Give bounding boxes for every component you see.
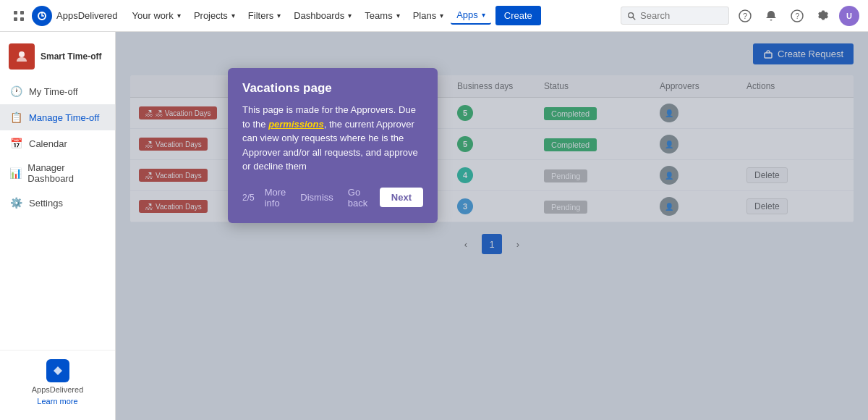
search-box[interactable] <box>621 7 729 25</box>
svg-text:?: ? <box>796 12 800 20</box>
chevron-down-icon: ▾ <box>440 12 443 20</box>
sidebar-item-manager-dashboard[interactable]: 📊 Manager Dashboard <box>0 156 115 190</box>
svg-rect-2 <box>14 17 17 21</box>
brand-name: AppsDelivered <box>56 10 118 21</box>
app-icon <box>9 43 35 70</box>
sidebar-item-settings[interactable]: ⚙️ Settings <box>0 190 115 216</box>
svg-point-5 <box>629 12 634 17</box>
chevron-down-icon: ▾ <box>396 12 400 20</box>
calendar-icon: 📅 <box>9 136 23 151</box>
chevron-down-icon: ▾ <box>177 12 181 20</box>
popup-step: 2/5 <box>242 193 255 203</box>
nav-items: Your work▾ Projects▾ Filters▾ Dashboards… <box>127 6 618 25</box>
footer-learn-more-link[interactable]: Learn more <box>37 397 77 406</box>
sidebar-app-title: Smart Time-off <box>41 51 101 62</box>
svg-point-11 <box>19 51 25 57</box>
popup-body: This page is made for the Approvers. Due… <box>242 103 423 174</box>
gear-icon: ⚙️ <box>9 196 23 210</box>
main-layout: Smart Time-off 🕐 My Time-off 📋 Manage Ti… <box>0 32 868 420</box>
sidebar-footer: AppsDelivered Learn more <box>0 350 115 414</box>
notification-icon[interactable] <box>761 6 781 26</box>
settings-icon[interactable] <box>813 6 833 26</box>
main-content: Create Request Start date Final date Bus… <box>116 32 868 420</box>
svg-rect-3 <box>20 17 24 21</box>
create-button[interactable]: Create <box>495 6 541 25</box>
next-button[interactable]: Next <box>380 188 423 207</box>
nav-dashboards[interactable]: Dashboards▾ <box>288 7 357 24</box>
app-logo[interactable]: AppsDelivered <box>32 6 118 26</box>
sidebar-header: Smart Time-off <box>0 38 115 78</box>
sidebar-item-calendar[interactable]: 📅 Calendar <box>0 130 115 156</box>
sidebar-item-manage-timeoff[interactable]: 📋 Manage Time-off <box>0 104 115 130</box>
svg-rect-1 <box>20 11 24 14</box>
nav-right-section: ? ? U <box>621 6 859 26</box>
nav-filters[interactable]: Filters▾ <box>242 7 286 24</box>
chevron-down-icon: ▾ <box>482 11 485 19</box>
sidebar-item-my-timeoff[interactable]: 🕐 My Time-off <box>0 78 115 104</box>
clipboard-icon: 📋 <box>9 110 23 125</box>
more-info-button[interactable]: More info <box>263 184 291 211</box>
nav-apps[interactable]: Apps▾ <box>451 7 491 25</box>
chevron-down-icon: ▾ <box>277 12 281 20</box>
chevron-down-icon: ▾ <box>231 12 235 20</box>
chart-icon: 📊 <box>9 166 22 180</box>
grid-icon[interactable] <box>9 6 29 26</box>
svg-rect-0 <box>14 11 17 14</box>
footer-logo <box>46 359 69 382</box>
svg-line-6 <box>633 17 635 19</box>
nav-projects[interactable]: Projects▾ <box>188 7 241 24</box>
permissions-link[interactable]: permissions <box>268 119 324 130</box>
tooltip-popup: Vacations page This page is made for the… <box>228 68 438 223</box>
dismiss-button[interactable]: Dismiss <box>296 189 338 206</box>
search-input[interactable] <box>640 10 723 21</box>
nav-teams[interactable]: Teams▾ <box>359 7 405 24</box>
popup-footer: 2/5 More info Dismiss Go back Next <box>242 184 423 211</box>
go-back-button[interactable]: Go back <box>344 184 374 211</box>
chevron-down-icon: ▾ <box>348 12 352 20</box>
search-icon <box>627 11 636 21</box>
sidebar: Smart Time-off 🕐 My Time-off 📋 Manage Ti… <box>0 32 116 420</box>
question-icon[interactable]: ? <box>787 6 807 26</box>
user-avatar[interactable]: U <box>839 6 859 26</box>
clock-icon: 🕐 <box>9 84 23 98</box>
nav-plans[interactable]: Plans▾ <box>407 7 450 24</box>
svg-text:?: ? <box>743 12 747 20</box>
help-circle-icon[interactable]: ? <box>735 6 755 26</box>
nav-your-work[interactable]: Your work▾ <box>127 7 187 24</box>
top-navigation: AppsDelivered Your work▾ Projects▾ Filte… <box>0 0 868 32</box>
footer-brand: AppsDelivered <box>32 385 84 394</box>
popup-title: Vacations page <box>242 81 423 96</box>
